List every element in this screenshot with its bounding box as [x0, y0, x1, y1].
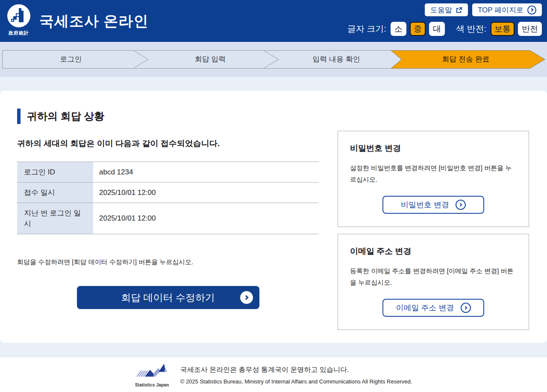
circle-arrow-icon — [527, 6, 536, 15]
email-change-button-label: 이메일 주소 변경 — [396, 303, 454, 313]
content-card: 귀하의 회답 상황 귀하의 세대의 회답은 이미 다음과 같이 접수되었습니다.… — [0, 91, 547, 343]
password-change-box: 비밀번호 변경 설정한 비밀번호를 변경하려면 [비밀번호 변경] 버튼을 누르… — [338, 131, 529, 227]
table-row: 로그인 ID abcd 1234 — [17, 162, 319, 183]
table-row: 접수 일시 2025/10/01 12:00 — [17, 183, 319, 203]
font-size-label: 글자 크기: — [347, 23, 386, 35]
password-change-description: 설정한 비밀번호를 변경하려면 [비밀번호 변경] 버튼을 누르십시오. — [350, 162, 517, 185]
response-status-section: 귀하의 회답 상황 귀하의 세대의 회답은 이미 다음과 같이 접수되었습니다.… — [17, 109, 319, 309]
help-button[interactable]: 도움말 — [425, 3, 468, 16]
row-value-login-id: abcd 1234 — [93, 162, 319, 183]
gov-logo-caption: 政府統計 — [6, 30, 32, 36]
header-controls: 도움말 TOP 페이지로 글자 크기: 소 중 대 색 반전: 보통 반전 — [347, 0, 542, 42]
email-change-description: 등록한 이메일 주소를 변경하려면 [이메일 주소 변경] 버튼을 누르십시오. — [350, 265, 517, 288]
color-invert-label: 색 반전: — [456, 23, 486, 35]
footer-text: 국세조사 온라인은 총무성 통계국이 운영하고 있습니다. © 2025 Sta… — [180, 363, 412, 385]
response-status-table: 로그인 ID abcd 1234 접수 일시 2025/10/01 12:00 … — [17, 162, 319, 234]
government-statistics-logo-icon — [7, 4, 31, 28]
font-size-medium-button[interactable]: 중 — [410, 22, 426, 36]
row-value-received-datetime: 2025/10/01 12:00 — [93, 183, 319, 203]
footer-copyright: © 2025 Statistics Bureau, Ministry of In… — [180, 378, 412, 385]
main-area: 귀하의 회답 상황 귀하의 세대의 회답은 이미 다음과 같이 접수되었습니다.… — [0, 77, 547, 357]
step-answer-entry: 회답 입력 — [148, 50, 272, 69]
font-size-large-button[interactable]: 대 — [429, 22, 445, 36]
row-value-last-login-datetime: 2025/10/01 12:00 — [93, 203, 319, 234]
edit-response-data-button-label: 회답 데이터 수정하기 — [121, 291, 215, 304]
color-invert-button[interactable]: 반전 — [518, 22, 542, 36]
step-login: 로그인 — [3, 50, 139, 69]
top-page-button[interactable]: TOP 페이지로 — [472, 3, 542, 16]
arrow-right-circle-icon — [240, 291, 253, 304]
table-row: 지난 번 로그인 일시 2025/10/01 12:00 — [17, 203, 319, 234]
font-size-small-button[interactable]: 소 — [391, 22, 406, 36]
statistics-japan-logo: Statistics Japan — [135, 363, 169, 387]
password-change-button[interactable]: 비밀번호 변경 — [382, 196, 484, 214]
step-confirm-entry: 입력 내용 확인 — [279, 50, 394, 69]
top-page-button-label: TOP 페이지로 — [478, 5, 523, 15]
row-label-received-datetime: 접수 일시 — [17, 183, 93, 203]
edit-note: 회답을 수정하려면 [회답 데이터 수정하기] 버튼을 누르십시오. — [17, 258, 319, 266]
statistics-japan-logo-text: Statistics Japan — [135, 383, 169, 387]
email-change-button[interactable]: 이메일 주소 변경 — [382, 299, 484, 317]
section-title: 귀하의 회답 상황 — [17, 109, 319, 124]
footer-operator-note: 국세조사 온라인은 총무성 통계국이 운영하고 있습니다. — [180, 365, 412, 374]
email-change-title: 이메일 주소 변경 — [350, 246, 517, 257]
app-footer: Statistics Japan 국세조사 온라인은 총무성 통계국이 운영하고… — [0, 357, 547, 392]
arrow-right-circle-icon — [456, 200, 466, 210]
brand: 政府統計 국세조사 온라인 — [6, 0, 148, 42]
color-normal-button[interactable]: 보통 — [491, 22, 515, 36]
lead-text: 귀하의 세대의 회답은 이미 다음과 같이 접수되었습니다. — [17, 138, 319, 149]
row-label-login-id: 로그인 ID — [17, 162, 93, 183]
password-change-title: 비밀번호 변경 — [350, 143, 517, 154]
government-statistics-logo: 政府統計 — [6, 4, 32, 36]
row-label-last-login-datetime: 지난 번 로그인 일시 — [17, 203, 93, 234]
side-column: 비밀번호 변경 설정한 비밀번호를 변경하려면 [비밀번호 변경] 버튼을 누르… — [338, 131, 529, 330]
statistics-japan-logo-icon — [136, 363, 168, 380]
edit-response-data-button[interactable]: 회답 데이터 수정하기 — [77, 286, 259, 309]
step-answer-sent-complete: 회답 전송 완료 — [402, 50, 530, 69]
progress-steps: 로그인 회답 입력 입력 내용 확인 회답 전송 완료 — [0, 42, 547, 77]
arrow-right-circle-icon — [461, 303, 471, 313]
help-button-label: 도움말 — [430, 5, 452, 15]
password-change-button-label: 비밀번호 변경 — [401, 200, 449, 210]
page-title: 국세조사 온라인 — [39, 12, 148, 31]
email-change-box: 이메일 주소 변경 등록한 이메일 주소를 변경하려면 [이메일 주소 변경] … — [338, 234, 529, 330]
external-link-icon — [456, 7, 462, 13]
app-header: 政府統計 국세조사 온라인 도움말 TOP 페이지로 글자 크기: 소 중 대 — [0, 0, 547, 42]
